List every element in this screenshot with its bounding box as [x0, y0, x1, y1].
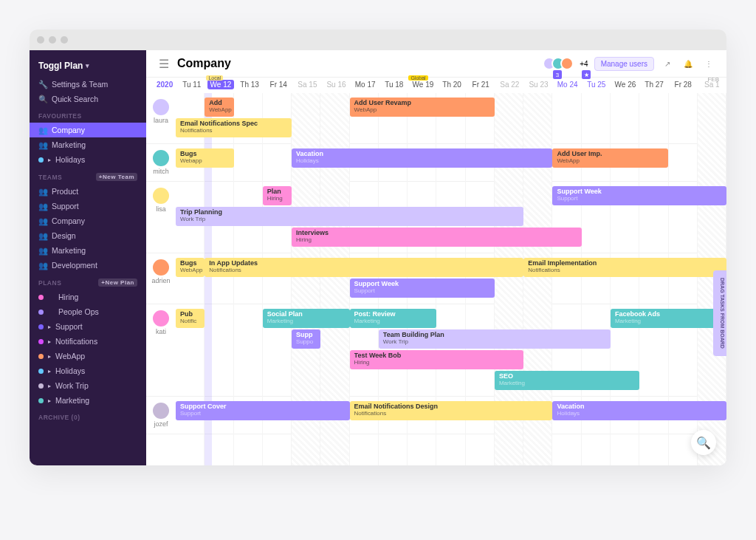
- day-column[interactable]: We 26: [611, 81, 639, 89]
- task-bar[interactable]: Team Building PlanWork Trip: [379, 329, 611, 349]
- day-column[interactable]: Th 13: [236, 81, 264, 89]
- task-title: Plan: [267, 188, 287, 195]
- sidebar-item-company[interactable]: 👥Company: [30, 213, 146, 228]
- sidebar-item-development[interactable]: 👥Development: [30, 258, 146, 273]
- max-dot[interactable]: [61, 36, 68, 44]
- min-dot[interactable]: [49, 36, 56, 44]
- bell-icon[interactable]: 🔔: [681, 56, 695, 71]
- sidebar-item-marketing[interactable]: 👥Marketing: [30, 243, 146, 258]
- new-plan-button[interactable]: +New Plan: [98, 278, 137, 287]
- task-bar[interactable]: Trip PlanningWork Trip: [176, 207, 523, 226]
- task-bar[interactable]: BugsWebapp: [176, 148, 234, 168]
- day-column[interactable]: Th 20: [438, 81, 467, 89]
- day-column[interactable]: Tu 25★: [582, 81, 611, 89]
- sidebar-item-product[interactable]: 👥Product: [30, 184, 146, 199]
- year-label[interactable]: 2020: [157, 81, 173, 89]
- day-column[interactable]: Mo 243: [553, 81, 582, 89]
- person-name: jozef: [154, 420, 168, 428]
- person-header[interactable]: kati: [146, 304, 176, 396]
- sidebar-item-design[interactable]: 👥Design: [30, 228, 146, 243]
- milestone-pin[interactable]: ★: [582, 70, 591, 79]
- member-avatars[interactable]: [547, 57, 574, 70]
- day-column[interactable]: Su 16: [322, 81, 351, 89]
- task-bar[interactable]: Add User Imp.WebApp: [552, 148, 668, 168]
- day-column[interactable]: Mo 17: [351, 81, 379, 89]
- task-project: Holidays: [557, 410, 722, 417]
- manage-users-button[interactable]: Manage users: [594, 57, 654, 71]
- plan-dot-icon: [38, 157, 44, 163]
- task-bar[interactable]: BugsWebApp: [176, 258, 205, 277]
- settings-link[interactable]: 🔧Settings & Team: [30, 77, 146, 92]
- task-bar[interactable]: VacationHolidays: [552, 401, 726, 420]
- sidebar-item-notifications[interactable]: ▸Notifications: [30, 334, 146, 349]
- sidebar-item-holidays[interactable]: ▸Holidays: [30, 363, 146, 378]
- sidebar-item-marketing[interactable]: 👥 Marketing: [30, 137, 146, 152]
- task-bar[interactable]: Facebook AdsMarketing: [611, 309, 726, 328]
- zoom-button[interactable]: 🔍: [691, 430, 716, 455]
- day-column[interactable]: Fr 21: [467, 81, 495, 89]
- task-bar[interactable]: Email Notifications SpecNotifications: [176, 118, 292, 137]
- task-title: Email Implementation: [528, 259, 722, 267]
- day-column[interactable]: Sa 15: [293, 81, 322, 89]
- task-bar[interactable]: Support CoverSupport: [176, 401, 350, 420]
- day-column[interactable]: Tu 11: [177, 81, 206, 89]
- person-header[interactable]: mitch: [146, 144, 176, 181]
- avatar: [153, 403, 169, 419]
- task-bar[interactable]: Add User RevampWebApp: [350, 98, 495, 117]
- close-dot[interactable]: [37, 36, 44, 44]
- sidebar-item-support[interactable]: 👥Support: [30, 199, 146, 213]
- day-column[interactable]: Sa 22: [495, 81, 524, 89]
- sidebar-item-label: Notifications: [55, 337, 97, 346]
- task-bar[interactable]: Support WeekSupport: [552, 186, 726, 205]
- timeline-grid[interactable]: lauraAddWebAppAdd User RevampWebAppEmail…: [146, 93, 726, 465]
- milestone-pin[interactable]: 3: [553, 70, 562, 79]
- task-bar[interactable]: Social PlanMarketing: [263, 309, 350, 328]
- day-column[interactable]: Fr 14: [264, 81, 293, 89]
- task-bar[interactable]: VacationHolidays: [292, 148, 552, 168]
- day-column[interactable]: Fr 28: [669, 81, 698, 89]
- task-bar[interactable]: AddWebApp: [205, 98, 233, 117]
- brand-menu[interactable]: Toggl Plan: [30, 58, 146, 77]
- task-bar[interactable]: Post: ReviewMarketing: [350, 309, 437, 328]
- task-bar[interactable]: PubNotific: [176, 309, 205, 328]
- share-icon[interactable]: ↗: [660, 56, 675, 71]
- day-column[interactable]: We 19Global: [408, 81, 437, 89]
- day-column[interactable]: Su 23: [524, 81, 553, 89]
- sidebar-item-hiring[interactable]: Hiring: [30, 290, 146, 304]
- sidebar-item-marketing[interactable]: ▸Marketing: [30, 393, 146, 408]
- task-bar[interactable]: InterviewsHiring: [292, 228, 582, 247]
- day-column[interactable]: We 12Local: [206, 81, 235, 89]
- person-row: jozefSupport CoverSupportEmail Notificat…: [146, 397, 726, 434]
- more-icon[interactable]: ⋮: [701, 56, 716, 71]
- person-header[interactable]: lisa: [146, 182, 176, 253]
- new-team-button[interactable]: +New Team: [96, 173, 137, 181]
- sidebar-item-webapp[interactable]: ▸WebApp: [30, 349, 146, 363]
- task-bar[interactable]: Support WeekSupport: [350, 278, 495, 298]
- task-title: Support Week: [354, 280, 490, 287]
- task-title: Pub: [180, 310, 200, 318]
- sidebar-item-people-ops[interactable]: People Ops: [30, 304, 146, 319]
- task-title: Test Week Bob: [354, 352, 520, 359]
- sidebar-item-holidays[interactable]: ▸ Holidays: [30, 152, 146, 167]
- task-bar[interactable]: Test Week BobHiring: [350, 350, 524, 369]
- task-bar[interactable]: Email Notifications DesignNotifications: [350, 401, 553, 420]
- person-header[interactable]: laura: [146, 93, 176, 143]
- task-title: In App Updates: [209, 259, 519, 267]
- task-bar[interactable]: SEOMarketing: [495, 371, 639, 390]
- day-column[interactable]: Th 27: [640, 81, 669, 89]
- sidebar-item-support[interactable]: ▸Support: [30, 319, 146, 334]
- sidebar-item-company[interactable]: 👥 Company: [30, 123, 146, 137]
- task-bar[interactable]: SuppSuppo: [292, 329, 320, 349]
- task-bar[interactable]: Email ImplementationNotifications: [523, 258, 726, 277]
- avatar: [153, 310, 169, 327]
- search-link[interactable]: 🔍Quick Search: [30, 92, 146, 106]
- person-header[interactable]: jozef: [146, 397, 176, 434]
- drag-from-board-tab[interactable]: DRAG TASKS FROM BOARD: [713, 270, 726, 356]
- sidebar-item-work-trip[interactable]: ▸Work Trip: [30, 378, 146, 393]
- task-bar[interactable]: PlanHiring: [263, 186, 292, 205]
- filter-icon[interactable]: ☰: [157, 56, 171, 71]
- person-header[interactable]: adrien: [146, 253, 176, 304]
- task-bar[interactable]: In App UpdatesNotifications: [205, 258, 523, 277]
- day-column[interactable]: Tu 18: [379, 81, 408, 89]
- task-project: WebApp: [209, 106, 229, 113]
